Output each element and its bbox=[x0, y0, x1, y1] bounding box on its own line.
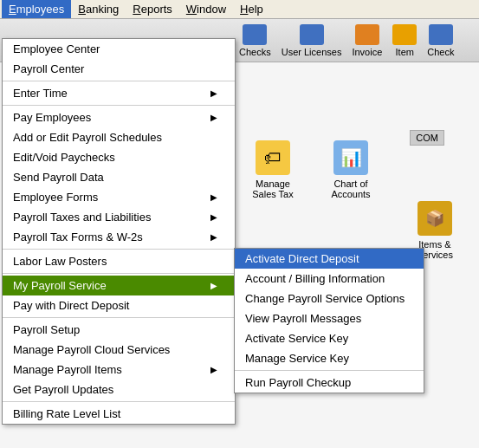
toolbar-user-licenses[interactable]: User Licenses bbox=[276, 23, 347, 59]
chart-of-accounts-card[interactable]: 📊 Chart of Accounts bbox=[320, 140, 381, 199]
submenu-run-payroll-checkup[interactable]: Run Payroll Checkup bbox=[235, 373, 424, 393]
menu-bar: Employees Banking Reports Window Help bbox=[0, 0, 479, 19]
menu-item-payroll-center[interactable]: Payroll Center bbox=[3, 59, 235, 79]
my-payroll-service-arrow: ▶ bbox=[210, 281, 217, 290]
chart-accounts-icon: 📊 bbox=[333, 140, 368, 175]
menu-item-send-payroll-data[interactable]: Send Payroll Data bbox=[3, 167, 235, 187]
menu-item-payroll-tax-forms[interactable]: Payroll Tax Forms & W-2s ▶ bbox=[3, 227, 235, 247]
menu-banking[interactable]: Banking bbox=[71, 0, 126, 18]
toolbar-invoice[interactable]: Invoice bbox=[346, 23, 387, 59]
manage-payroll-items-arrow: ▶ bbox=[210, 365, 217, 374]
divider-4 bbox=[3, 273, 235, 274]
menu-item-labor-law-posters[interactable]: Labor Law Posters bbox=[3, 251, 235, 271]
toolbar-checks[interactable]: Checks bbox=[234, 23, 276, 59]
menu-help[interactable]: Help bbox=[233, 0, 270, 18]
com-badge: COM bbox=[410, 130, 444, 146]
payroll-taxes-arrow: ▶ bbox=[210, 212, 217, 222]
divider-6 bbox=[3, 401, 235, 402]
menu-item-add-edit-payroll[interactable]: Add or Edit Payroll Schedules bbox=[3, 127, 235, 147]
menu-item-enter-time[interactable]: Enter Time ▶ bbox=[3, 83, 235, 103]
item-label: Item bbox=[396, 47, 414, 57]
payroll-service-submenu: Activate Direct Deposit Account / Billin… bbox=[234, 248, 424, 393]
menu-item-billing-rate[interactable]: Billing Rate Level List bbox=[3, 404, 235, 424]
submenu-account-billing[interactable]: Account / Billing Information bbox=[235, 269, 424, 289]
menu-item-my-payroll-service[interactable]: My Payroll Service ▶ bbox=[3, 276, 235, 295]
menu-item-get-payroll-updates[interactable]: Get Payroll Updates bbox=[3, 380, 235, 399]
item-icon bbox=[392, 24, 417, 45]
menu-item-manage-payroll-items[interactable]: Manage Payroll Items ▶ bbox=[3, 360, 235, 380]
check-icon bbox=[429, 24, 453, 45]
submenu-view-payroll-messages[interactable]: View Payroll Messages bbox=[235, 308, 424, 328]
menu-item-manage-payroll-cloud[interactable]: Manage Payroll Cloud Services bbox=[3, 340, 235, 360]
manage-sales-tax-label: Manage Sales Tax bbox=[243, 179, 303, 199]
menu-item-payroll-taxes[interactable]: Payroll Taxes and Liabilities ▶ bbox=[3, 207, 235, 227]
user-licenses-icon bbox=[300, 24, 324, 45]
chart-accounts-label: Chart of Accounts bbox=[320, 179, 381, 199]
checks-label: Checks bbox=[239, 47, 271, 57]
icon-cards-area: 🏷 Manage Sales Tax 📊 Chart of Accounts bbox=[234, 132, 390, 208]
menu-employees[interactable]: Employees bbox=[2, 0, 71, 18]
payroll-tax-forms-arrow: ▶ bbox=[210, 232, 217, 242]
user-licenses-label: User Licenses bbox=[282, 47, 342, 57]
checks-icon bbox=[243, 24, 267, 45]
submenu-activate-service-key[interactable]: Activate Service Key bbox=[235, 328, 424, 348]
divider-2 bbox=[3, 105, 235, 106]
menu-window[interactable]: Window bbox=[179, 0, 233, 18]
menu-item-pay-employees[interactable]: Pay Employees ▶ bbox=[3, 107, 235, 127]
menu-item-pay-direct-deposit[interactable]: Pay with Direct Deposit bbox=[3, 295, 235, 315]
divider-3 bbox=[3, 249, 235, 250]
employees-menu: Employee Center Payroll Center Enter Tim… bbox=[2, 38, 236, 425]
menu-item-employee-forms[interactable]: Employee Forms ▶ bbox=[3, 187, 235, 207]
divider-5 bbox=[3, 317, 235, 318]
invoice-label: Invoice bbox=[352, 47, 382, 57]
menu-item-payroll-setup[interactable]: Payroll Setup bbox=[3, 320, 235, 340]
toolbar-item[interactable]: Item bbox=[387, 23, 422, 59]
submenu-activate-direct-deposit[interactable]: Activate Direct Deposit bbox=[235, 249, 424, 269]
employee-forms-arrow: ▶ bbox=[210, 192, 217, 202]
items-services-icon: 📦 bbox=[418, 201, 452, 236]
submenu-manage-service-key[interactable]: Manage Service Key bbox=[235, 348, 424, 368]
menu-item-employee-center[interactable]: Employee Center bbox=[3, 39, 235, 59]
submenu-change-payroll-options[interactable]: Change Payroll Service Options bbox=[235, 289, 424, 308]
invoice-icon bbox=[355, 24, 379, 45]
submenu-divider-1 bbox=[235, 370, 424, 371]
manage-sales-tax-icon: 🏷 bbox=[256, 140, 290, 175]
menu-reports[interactable]: Reports bbox=[126, 0, 179, 18]
check-label: Check bbox=[427, 47, 454, 57]
enter-time-arrow: ▶ bbox=[210, 88, 217, 98]
toolbar-check[interactable]: Check bbox=[422, 23, 459, 59]
pay-employees-arrow: ▶ bbox=[210, 113, 217, 122]
menu-item-edit-void-paychecks[interactable]: Edit/Void Paychecks bbox=[3, 147, 235, 167]
manage-sales-tax-card[interactable]: 🏷 Manage Sales Tax bbox=[243, 140, 303, 199]
divider-1 bbox=[3, 81, 235, 81]
